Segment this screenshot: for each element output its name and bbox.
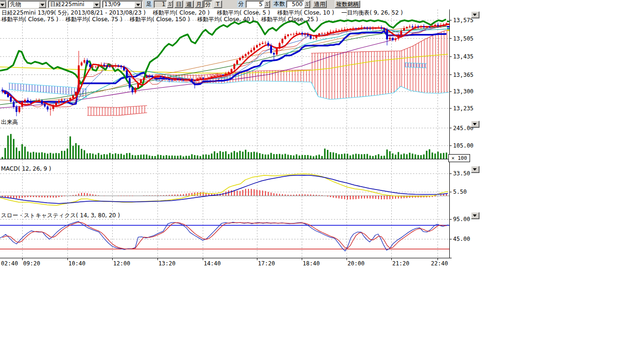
minutes-field[interactable]: 5: [246, 0, 264, 8]
period-tick-button[interactable]: T: [214, 0, 222, 8]
period-monthly-button[interactable]: 月: [195, 0, 203, 8]
arrow-down-icon: [473, 14, 477, 16]
chart-header-line2: 移動平均( Close, 75 ) 移動平均( Close, 75 ) 移動平均…: [1, 16, 318, 23]
count-field[interactable]: 500: [286, 0, 304, 8]
svg-text:20:00: 20:00: [347, 260, 364, 267]
svg-text:13,235: 13,235: [453, 105, 473, 112]
svg-text:5.50: 5.50: [453, 189, 467, 195]
svg-text:21:20: 21:20: [392, 260, 409, 267]
svg-text:13,300: 13,300: [453, 88, 473, 95]
arrow-down-icon: [473, 123, 477, 125]
axis: 13,57513,50513,43513,36513,30013,235245.…: [0, 9, 473, 267]
arrow-down-icon: [473, 214, 477, 217]
chevron-down-icon[interactable]: [134, 1, 142, 8]
trading-app-window: { "toolbar": { "mini_combo": {"tooltip":…: [0, 0, 644, 362]
svg-text:245.00: 245.00: [453, 125, 473, 132]
period-minutes-button[interactable]: 分: [204, 0, 212, 8]
volume-multiplier-badge: × 100: [448, 154, 470, 162]
price-pane: [0, 19, 450, 116]
clipped-combo-arrow[interactable]: [0, 0, 7, 8]
svg-text:13:20: 13:20: [158, 260, 175, 267]
svg-text:18:40: 18:40: [303, 260, 320, 267]
macd-pane: [0, 174, 449, 206]
instrument-type-value: 先物: [10, 1, 21, 8]
svg-text:14:40: 14:40: [204, 260, 221, 267]
price-pane-scroll-button[interactable]: [471, 11, 479, 18]
instrument-type-combo[interactable]: 先物: [8, 0, 47, 8]
count-label: 本数: [272, 0, 286, 8]
chart-canvas: 13,57513,50513,43513,36513,30013,235245.…: [0, 0, 481, 275]
svg-text:13,575: 13,575: [453, 17, 473, 24]
svg-text:22:40: 22:40: [431, 260, 448, 267]
svg-text:13,365: 13,365: [453, 72, 473, 78]
apply-button[interactable]: 適用: [313, 0, 327, 8]
period-daily-button[interactable]: 日: [174, 0, 183, 8]
svg-text:13,435: 13,435: [453, 53, 473, 60]
stoch-pane: [0, 222, 449, 251]
svg-text:33.50: 33.50: [453, 170, 470, 177]
chevron-down-icon[interactable]: [93, 1, 100, 8]
symbol-combo[interactable]: 日経225mini: [48, 0, 101, 8]
stoch-pane-scroll-button[interactable]: [471, 212, 479, 219]
chart-header-line1: 日経225mini 13/09( 5分, 2013/08/21 - 2013/0…: [1, 10, 403, 16]
svg-text:10:40: 10:40: [68, 260, 85, 267]
svg-text:45.00: 45.00: [453, 236, 470, 242]
minutes-spinner[interactable]: [264, 0, 270, 8]
count-spinner[interactable]: [304, 0, 310, 8]
bar-label: 足: [145, 0, 153, 8]
toolbar: 先物 日経225mini 13/09 足 1 日 週 月 分 T 分 5 本数 …: [0, 0, 347, 9]
svg-text:105.00: 105.00: [453, 142, 473, 149]
stochastics-pane-label: スロー・ストキャスティクス( 14, 3, 80, 20 ): [1, 212, 120, 220]
arrow-down-icon: [473, 168, 477, 171]
chevron-down-icon[interactable]: [39, 1, 46, 8]
svg-text:17:20: 17:20: [258, 260, 275, 267]
svg-text:02:40: 02:40: [1, 260, 18, 267]
svg-text:12:00: 12:00: [113, 260, 130, 267]
macd-pane-scroll-button[interactable]: [471, 166, 479, 173]
grid: [0, 9, 449, 258]
symbol-value: 日経225mini: [50, 1, 84, 8]
volume-pane-label: 出来高: [1, 118, 18, 126]
chevron-down-icon[interactable]: [0, 1, 6, 8]
volume-pane-scroll-button[interactable]: [471, 121, 479, 128]
multi-symbol-button[interactable]: 複数銘柄: [335, 0, 360, 8]
svg-text:95.00: 95.00: [453, 216, 470, 222]
contract-month-value: 13/09: [104, 1, 121, 8]
svg-text:09:20: 09:20: [23, 260, 40, 267]
contract-month-combo[interactable]: 13/09: [102, 0, 143, 8]
bar-interval-spinner[interactable]: [167, 0, 173, 8]
svg-text:13,505: 13,505: [453, 35, 473, 42]
minutes-label: 分: [237, 0, 245, 8]
macd-pane-label: MACD( 12, 26, 9 ): [1, 165, 51, 172]
bar-interval-field[interactable]: 1: [154, 0, 167, 8]
period-weekly-button[interactable]: 週: [184, 0, 194, 8]
